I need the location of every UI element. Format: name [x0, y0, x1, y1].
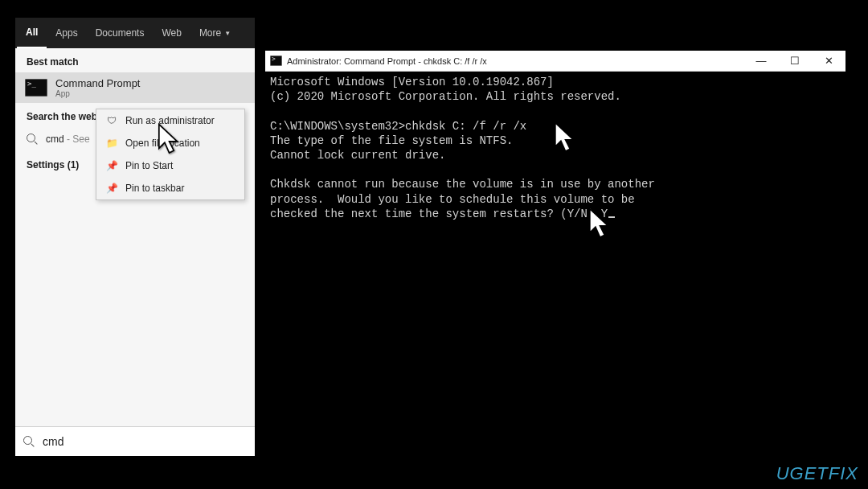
window-controls: — ☐ ✕ — [744, 51, 845, 72]
pin-icon: 📌 — [106, 160, 117, 171]
ctx-pin-to-start[interactable]: 📌 Pin to Start — [96, 154, 244, 177]
watermark: UGETFIX — [776, 463, 858, 484]
tab-documents[interactable]: Documents — [87, 18, 154, 48]
result-title: Command Prompt — [55, 77, 140, 89]
search-box[interactable] — [15, 426, 255, 456]
cursor-icon — [157, 123, 184, 155]
search-icon — [23, 436, 35, 447]
cursor-icon — [588, 208, 615, 240]
section-best-match: Best match — [15, 48, 255, 72]
folder-icon: 📁 — [106, 138, 117, 149]
tab-web[interactable]: Web — [153, 18, 190, 48]
result-subtitle: App — [55, 89, 140, 98]
pin-icon: 📌 — [106, 183, 117, 194]
ctx-pin-to-taskbar[interactable]: 📌 Pin to taskbar — [96, 177, 244, 199]
search-icon — [27, 134, 38, 145]
terminal-icon — [25, 79, 47, 97]
search-results: Best match Command Prompt App Search the… — [15, 48, 255, 426]
ctx-label: Pin to Start — [125, 160, 173, 171]
window-titlebar[interactable]: Administrator: Command Prompt - chkdsk C… — [265, 51, 845, 72]
maximize-button[interactable]: ☐ — [778, 51, 812, 72]
cursor-icon — [553, 121, 580, 154]
search-tabs: All Apps Documents Web More▼ — [15, 18, 255, 48]
result-command-prompt[interactable]: Command Prompt App — [15, 72, 255, 103]
tab-more[interactable]: More▼ — [190, 18, 240, 48]
chevron-down-icon: ▼ — [224, 30, 231, 37]
ctx-label: Pin to taskbar — [125, 183, 184, 194]
start-search-panel: All Apps Documents Web More▼ Best match … — [15, 18, 255, 456]
search-input[interactable] — [43, 435, 247, 448]
close-button[interactable]: ✕ — [812, 51, 845, 72]
tab-all[interactable]: All — [17, 18, 47, 48]
window-title: Administrator: Command Prompt - chkdsk C… — [287, 56, 487, 66]
shield-icon: 🛡 — [106, 115, 117, 126]
terminal-icon — [270, 55, 282, 66]
minimize-button[interactable]: — — [744, 51, 778, 72]
tab-apps[interactable]: Apps — [47, 18, 86, 48]
command-prompt-window: Administrator: Command Prompt - chkdsk C… — [265, 51, 845, 447]
web-query-label: cmd - See — [46, 134, 90, 145]
